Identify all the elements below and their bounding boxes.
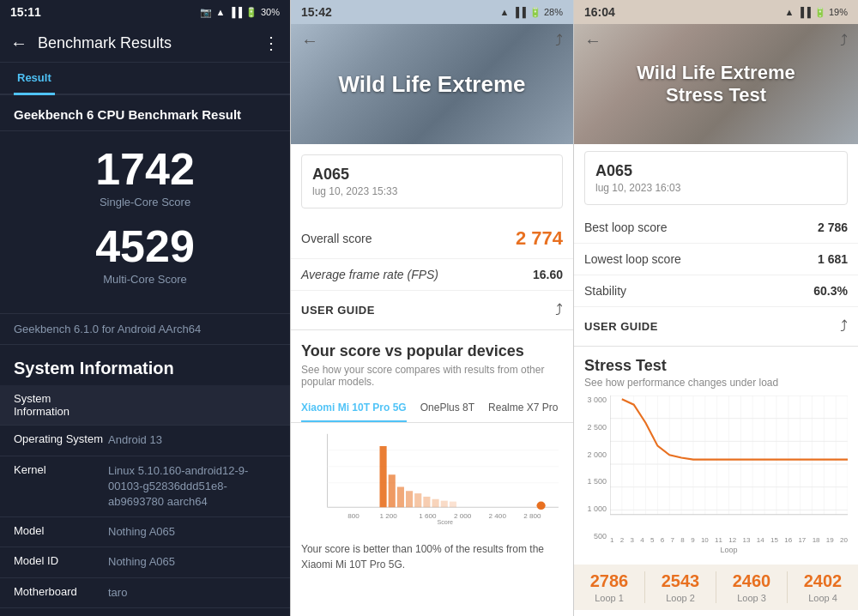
y-label-500: 500 bbox=[584, 532, 607, 541]
sys-row: Operating SystemAndroid 13 bbox=[0, 426, 290, 456]
loop-label-4: Loop 4 bbox=[788, 593, 858, 603]
device-tab-1[interactable]: OnePlus 8T bbox=[420, 402, 474, 422]
x-label-4: 4 bbox=[640, 536, 644, 544]
svg-rect-6 bbox=[389, 474, 396, 507]
svg-text:1 200: 1 200 bbox=[380, 512, 398, 520]
svg-point-14 bbox=[537, 502, 546, 510]
hero-image-2: ← ⤴ Wild Life Extreme bbox=[291, 24, 573, 144]
loop-item-2: 2543 Loop 2 bbox=[645, 571, 716, 603]
stability-label: Stability bbox=[584, 284, 626, 298]
x-label-2: 2 bbox=[620, 536, 624, 544]
svg-rect-13 bbox=[450, 502, 456, 508]
loop-label-2: Loop 2 bbox=[645, 593, 716, 603]
lowest-loop-row: Lowest loop score 1 681 bbox=[574, 244, 858, 275]
svg-rect-10 bbox=[423, 497, 430, 507]
sys-row: Model IDNothing A065 bbox=[0, 547, 290, 577]
overall-score-label: Overall score bbox=[301, 232, 372, 245]
share-icon-3[interactable]: ⤴ bbox=[840, 317, 848, 335]
x-label-15: 15 bbox=[770, 536, 778, 544]
multi-core-score: 4529 bbox=[14, 222, 276, 271]
lowest-loop-label: Lowest loop score bbox=[584, 252, 681, 266]
stability-value: 60.3% bbox=[813, 284, 848, 298]
svg-text:2 800: 2 800 bbox=[523, 512, 541, 520]
device-tab-0[interactable]: Xiaomi Mi 10T Pro 5G bbox=[301, 402, 407, 422]
svg-text:800: 800 bbox=[347, 512, 360, 520]
x-label-20: 20 bbox=[840, 536, 848, 544]
hero-toolbar-2: ← ⤴ bbox=[291, 24, 573, 57]
battery-pct: 30% bbox=[261, 7, 280, 17]
wifi-icon-2: ▲ bbox=[499, 7, 509, 17]
status-time-1: 15:11 bbox=[10, 5, 41, 19]
back-button-3[interactable]: ← bbox=[584, 31, 601, 51]
hero-title-3: Wild Life ExtremeStress Test bbox=[619, 62, 812, 106]
share-icon-2[interactable]: ⤴ bbox=[555, 301, 563, 319]
panel-wild-life: 15:42 ▲ ▐▐ 🔋 28% ← ⤴ Wild Life Extreme A… bbox=[290, 0, 574, 616]
x-label-12: 12 bbox=[728, 536, 736, 544]
best-loop-label: Best loop score bbox=[584, 220, 668, 234]
user-guide-row-3: USER GUIDE ⤴ bbox=[574, 307, 858, 347]
status-time-2: 15:42 bbox=[301, 5, 332, 19]
signal-icon-2: ▐▐ bbox=[512, 7, 526, 17]
camera-icon: 📷 bbox=[200, 7, 212, 18]
status-time-3: 16:04 bbox=[584, 5, 615, 19]
avg-fps-label: Average frame rate (FPS) bbox=[301, 268, 438, 281]
stress-test-desc: See how performance changes under load bbox=[584, 377, 848, 389]
overall-score-row: Overall score 2 774 bbox=[291, 219, 573, 259]
user-guide-row-2: USER GUIDE ⤴ bbox=[291, 291, 573, 330]
tab-bar-1: Result bbox=[0, 63, 290, 95]
sys-val: Nothing A065 bbox=[108, 524, 276, 540]
x-label-1: 1 bbox=[610, 536, 613, 544]
back-button-1[interactable]: ← bbox=[10, 33, 27, 53]
single-core-label: Single-Core Score bbox=[14, 196, 276, 208]
y-label-2000: 2 000 bbox=[584, 450, 607, 459]
y-label-2500: 2 500 bbox=[584, 423, 607, 432]
battery-pct-3: 🔋 19% bbox=[814, 7, 848, 18]
x-label-3: 3 bbox=[631, 536, 634, 544]
device-tab-2[interactable]: Realme X7 Pro bbox=[488, 402, 558, 422]
device-date-2: lug 10, 2023 15:33 bbox=[312, 185, 552, 197]
avg-fps-row: Average frame rate (FPS) 16.60 bbox=[291, 259, 573, 291]
sys-key: Operating System bbox=[14, 432, 108, 448]
battery-icon: 🔋 bbox=[245, 7, 257, 18]
hero-title-2: Wild Life Extreme bbox=[322, 71, 543, 98]
status-bar-3: 16:04 ▲ ▐▐ 🔋 19% bbox=[574, 0, 858, 24]
more-button-1[interactable]: ⋮ bbox=[263, 33, 280, 53]
tab-result[interactable]: Result bbox=[14, 63, 55, 95]
share-button-2[interactable]: ⤴ bbox=[555, 32, 563, 50]
sys-key: Model bbox=[14, 524, 108, 540]
x-label-13: 13 bbox=[743, 536, 751, 544]
svg-rect-5 bbox=[380, 446, 387, 507]
share-button-3[interactable]: ⤴ bbox=[840, 32, 848, 50]
svg-rect-9 bbox=[414, 493, 421, 507]
wifi-icon-3: ▲ bbox=[784, 7, 794, 17]
x-label-7: 7 bbox=[671, 536, 674, 544]
svg-text:Score: Score bbox=[437, 519, 453, 525]
bar-chart-2: 800 1 200 1 600 2 000 2 400 2 800 Score bbox=[291, 423, 573, 534]
x-label-5: 5 bbox=[650, 536, 654, 544]
status-bar-2: 15:42 ▲ ▐▐ 🔋 28% bbox=[291, 0, 573, 24]
device-card-3: A065 lug 10, 2023 16:03 bbox=[584, 151, 848, 205]
score-section: 1742 Single-Core Score 4529 Multi-Core S… bbox=[0, 131, 290, 314]
svg-rect-7 bbox=[397, 487, 404, 508]
loop-item-1: 2786 Loop 1 bbox=[574, 571, 645, 603]
hero-toolbar-3: ← ⤴ bbox=[574, 24, 858, 57]
x-label-16: 16 bbox=[784, 536, 792, 544]
system-info-header: System Information bbox=[0, 345, 290, 385]
x-label-18: 18 bbox=[813, 536, 820, 544]
loop-score-3: 2460 bbox=[716, 571, 787, 591]
sys-val: Linux 5.10.160-android12-9-00103-g52836d… bbox=[108, 463, 276, 510]
sys-key: Motherboard bbox=[14, 585, 108, 601]
toolbar-1: ← Benchmark Results ⋮ bbox=[0, 24, 290, 63]
sys-row: Motherboardtaro bbox=[0, 578, 290, 608]
loop-item-3: 2460 Loop 3 bbox=[716, 571, 788, 603]
back-button-2[interactable]: ← bbox=[301, 31, 318, 51]
user-guide-label-3: USER GUIDE bbox=[584, 320, 658, 333]
avg-fps-value: 16.60 bbox=[533, 268, 563, 281]
y-label-1000: 1 000 bbox=[584, 504, 607, 513]
svg-text:2 400: 2 400 bbox=[489, 512, 507, 520]
sys-row: Governorwalt bbox=[0, 608, 290, 616]
status-icons-2: ▲ ▐▐ 🔋 28% bbox=[499, 7, 563, 18]
x-axis-label: Loop bbox=[610, 546, 848, 554]
score-comparison-text: Your score is better than 100% of the re… bbox=[291, 534, 573, 579]
popular-section: Your score vs popular devices See how yo… bbox=[291, 330, 573, 395]
